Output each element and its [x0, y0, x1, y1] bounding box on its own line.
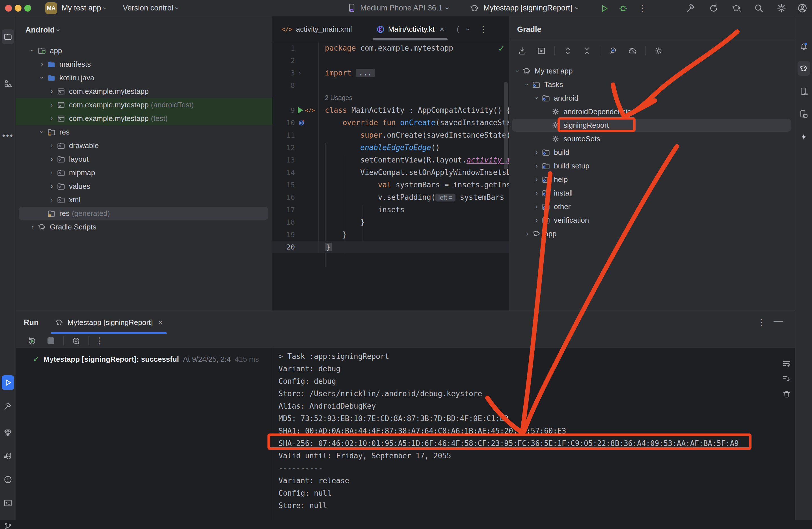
gradle-item-verification[interactable]: ›verification	[509, 214, 795, 227]
code-line-11[interactable]: 11 super.onCreate(savedInstanceState)	[272, 129, 509, 141]
more-tool-windows-button[interactable]: •••	[2, 128, 14, 143]
gradle-item-sourcesets[interactable]: sourceSets	[509, 132, 795, 146]
chevron-collapsed-icon[interactable]: ›	[38, 60, 46, 68]
running-devices-tool-button[interactable]	[798, 107, 810, 121]
project-item-res[interactable]: ›res	[16, 125, 272, 139]
code-line-16[interactable]: 16 v.setPadding(left = systemBars	[272, 191, 509, 204]
window-minimize-button[interactable]	[15, 5, 21, 12]
chevron-expanded-icon[interactable]: ›	[523, 80, 531, 89]
project-menu[interactable]: My test app	[62, 4, 101, 12]
run-tab-signingreport[interactable]: Mytestapp [signingReport] ×	[51, 311, 166, 334]
code-line-14[interactable]: 14 ViewCompat.setOnApplyWindowInsetsLis	[272, 166, 509, 179]
chevron-expanded-icon[interactable]: ›	[38, 128, 46, 136]
rerun-icon[interactable]	[26, 335, 39, 347]
project-item-manifests[interactable]: ›manifests	[16, 57, 272, 71]
device-selector[interactable]: Medium Phone API 36.1 ›	[347, 3, 449, 13]
gradle-item-my-test-app[interactable]: ›My test app	[509, 64, 795, 78]
gradle-item-signingreport[interactable]: signingReport	[509, 118, 795, 132]
chevron-collapsed-icon[interactable]: ›	[532, 189, 541, 197]
tab-activity-main-xml[interactable]: </> activity_main.xml	[276, 16, 357, 42]
chevron-collapsed-icon[interactable]: ›	[47, 101, 56, 109]
chevron-expanded-icon[interactable]: ›	[38, 73, 46, 82]
sync-icon[interactable]	[705, 2, 723, 14]
close-tab-icon[interactable]: ×	[440, 25, 444, 34]
window-close-button[interactable]	[5, 5, 12, 12]
logcat-tool-button[interactable]	[2, 449, 14, 464]
terminal-tool-button[interactable]	[2, 496, 14, 510]
project-item-mipmap[interactable]: ›mipmap	[16, 166, 272, 179]
gradle-item-build[interactable]: ›build	[509, 146, 795, 159]
project-item-layout[interactable]: ›layout	[16, 152, 272, 166]
soft-wrap-icon[interactable]	[780, 358, 793, 369]
search-icon[interactable]	[750, 2, 768, 14]
code-line-8[interactable]: 8	[272, 79, 509, 91]
code-line-10[interactable]: 10 override fun onCreate(savedInstanceSt…	[272, 116, 509, 129]
build-icon[interactable]	[682, 2, 700, 14]
chevron-collapsed-icon[interactable]: ›	[47, 196, 56, 204]
chevron-collapsed-icon[interactable]: ›	[47, 182, 56, 190]
fold-chevron-icon[interactable]: ›	[298, 69, 302, 77]
git-tool-button[interactable]	[2, 519, 14, 529]
code-line-13[interactable]: 13 setContentView(R.layout.activity_m	[272, 154, 509, 166]
analyze-tasks-icon[interactable]	[607, 45, 620, 57]
debug-button[interactable]	[619, 4, 628, 13]
settings-gear-icon[interactable]	[772, 2, 791, 14]
window-zoom-button[interactable]	[24, 5, 31, 12]
chevron-collapsed-icon[interactable]: ›	[47, 169, 56, 177]
scroll-to-end-icon[interactable]	[780, 373, 793, 385]
code-line-17[interactable]: 17 insets	[272, 204, 509, 216]
code-line-1[interactable]: 1package com.example.mytestapp	[272, 42, 509, 54]
sync-gradle-icon[interactable]	[516, 45, 528, 57]
vcs-menu[interactable]: Version control	[123, 4, 173, 12]
code-line-12[interactable]: 12 enableEdgeToEdge()	[272, 141, 509, 154]
chevron-collapsed-icon[interactable]: ›	[532, 162, 541, 170]
run-tool-button[interactable]	[2, 375, 14, 390]
stop-icon[interactable]	[45, 335, 57, 347]
project-item-com-example-mytestapp[interactable]: ›com.example.mytestapp	[16, 85, 272, 98]
gradle-item-androiddependencies[interactable]: androidDependencies	[509, 105, 795, 118]
run-toolbar-kebab[interactable]: ⋮	[95, 337, 103, 345]
chevron-collapsed-icon[interactable]: ›	[523, 230, 531, 238]
app-quality-insights-tool-button[interactable]	[2, 425, 14, 440]
code-line-18[interactable]: 18 }	[272, 216, 509, 228]
chevron-expanded-icon[interactable]: ›	[29, 46, 37, 55]
filter-target-icon[interactable]	[70, 335, 82, 347]
editor-options-kebab[interactable]: ⋮	[479, 25, 488, 34]
tab-mainactivity-kt[interactable]: MainActivity.kt ×	[371, 16, 450, 42]
code-line-3[interactable]: 3›import ...	[272, 67, 509, 79]
offline-mode-icon[interactable]	[626, 45, 639, 57]
project-item-values[interactable]: ›values	[16, 179, 272, 193]
gradle-item-android[interactable]: ›android	[509, 91, 795, 105]
gradle-item-app[interactable]: ›app	[509, 227, 795, 240]
gradle-item-other[interactable]: ›other	[509, 200, 795, 214]
project-item-xml[interactable]: ›xml	[16, 193, 272, 207]
chevron-collapsed-icon[interactable]: ›	[47, 87, 56, 95]
chevron-collapsed-icon[interactable]: ›	[47, 115, 56, 122]
gradle-tool-button[interactable]	[798, 61, 810, 76]
chevron-collapsed-icon[interactable]: ›	[47, 155, 56, 163]
project-item-app[interactable]: ›app	[16, 44, 272, 57]
clear-console-trash-icon[interactable]	[780, 388, 793, 400]
chevron-collapsed-icon[interactable]: ›	[532, 203, 541, 210]
project-item-kotlin-java[interactable]: ›kotlin+java	[16, 71, 272, 85]
project-item-gradle-scripts[interactable]: ›Gradle Scripts	[16, 220, 272, 234]
account-avatar-icon[interactable]	[793, 2, 811, 14]
run-button[interactable]	[600, 4, 608, 13]
code-line-15[interactable]: 15 val systemBars = insets.getIns	[272, 179, 509, 191]
expand-all-icon[interactable]	[562, 45, 574, 57]
console-output[interactable]: > Task :app:signingReportVariant: debugC…	[278, 350, 773, 512]
code-line-2[interactable]: 2	[272, 54, 509, 67]
chevron-collapsed-icon[interactable]: ›	[28, 223, 37, 231]
chevron-collapsed-icon[interactable]: ›	[532, 148, 541, 156]
editor-scrollbar[interactable]	[504, 82, 508, 170]
related-xml-gutter-icon[interactable]: </>	[305, 107, 315, 113]
chevron-collapsed-icon[interactable]: ›	[532, 176, 541, 183]
minimize-panel-icon[interactable]: —	[773, 315, 783, 326]
code-line-20[interactable]: 20}	[272, 241, 509, 253]
usages-hint[interactable]: 2 Usages	[325, 94, 352, 102]
gemini-sparkle-icon[interactable]	[798, 129, 810, 144]
project-item-drawable[interactable]: ›drawable	[16, 139, 272, 152]
gradle-item-tasks[interactable]: ›Tasks	[509, 78, 795, 91]
inspections-ok-check-icon[interactable]: ✓	[498, 44, 505, 54]
execute-task-icon[interactable]	[535, 45, 548, 57]
